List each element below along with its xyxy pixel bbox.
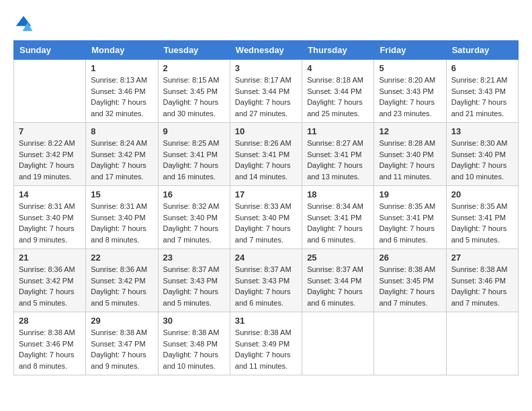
- calendar-cell: 25Sunrise: 8:37 AMSunset: 3:44 PMDayligh…: [302, 249, 374, 312]
- day-number: 27: [451, 253, 513, 263]
- calendar-cell: 26Sunrise: 8:38 AMSunset: 3:45 PMDayligh…: [374, 249, 446, 312]
- calendar-week-row: 14Sunrise: 8:31 AMSunset: 3:40 PMDayligh…: [14, 186, 519, 249]
- day-info: Sunrise: 8:31 AMSunset: 3:40 PMDaylight:…: [91, 201, 152, 245]
- calendar-cell: 31Sunrise: 8:38 AMSunset: 3:49 PMDayligh…: [230, 312, 302, 375]
- day-number: 3: [235, 63, 297, 73]
- calendar-week-row: 28Sunrise: 8:38 AMSunset: 3:46 PMDayligh…: [14, 312, 519, 375]
- day-number: 1: [91, 63, 152, 73]
- calendar-cell: 3Sunrise: 8:17 AMSunset: 3:44 PMDaylight…: [230, 60, 302, 123]
- day-number: 12: [379, 126, 441, 136]
- day-number: 23: [163, 253, 225, 263]
- day-info: Sunrise: 8:32 AMSunset: 3:40 PMDaylight:…: [163, 201, 225, 245]
- day-info: Sunrise: 8:15 AMSunset: 3:45 PMDaylight:…: [163, 75, 225, 119]
- day-info: Sunrise: 8:38 AMSunset: 3:49 PMDaylight:…: [235, 327, 297, 371]
- calendar-cell: 2Sunrise: 8:15 AMSunset: 3:45 PMDaylight…: [158, 60, 230, 123]
- day-number: 10: [235, 126, 297, 136]
- day-number: 30: [163, 316, 225, 326]
- calendar-cell: 6Sunrise: 8:21 AMSunset: 3:43 PMDaylight…: [446, 60, 518, 123]
- day-info: Sunrise: 8:28 AMSunset: 3:40 PMDaylight:…: [379, 138, 441, 182]
- calendar-cell: 5Sunrise: 8:20 AMSunset: 3:43 PMDaylight…: [374, 60, 446, 123]
- calendar-cell: 21Sunrise: 8:36 AMSunset: 3:42 PMDayligh…: [14, 249, 86, 312]
- day-info: Sunrise: 8:21 AMSunset: 3:43 PMDaylight:…: [451, 75, 513, 119]
- weekday-header-thursday: Thursday: [302, 41, 374, 60]
- day-info: Sunrise: 8:31 AMSunset: 3:40 PMDaylight:…: [19, 201, 81, 245]
- calendar-cell: [14, 60, 86, 123]
- day-number: 8: [91, 126, 152, 136]
- day-info: Sunrise: 8:38 AMSunset: 3:46 PMDaylight:…: [451, 264, 513, 308]
- day-info: Sunrise: 8:37 AMSunset: 3:43 PMDaylight:…: [235, 264, 297, 308]
- day-number: 15: [91, 189, 152, 199]
- calendar-cell: 4Sunrise: 8:18 AMSunset: 3:44 PMDaylight…: [302, 60, 374, 123]
- day-info: Sunrise: 8:17 AMSunset: 3:44 PMDaylight:…: [235, 75, 297, 119]
- day-number: 31: [235, 316, 297, 326]
- day-info: Sunrise: 8:36 AMSunset: 3:42 PMDaylight:…: [91, 264, 152, 308]
- day-info: Sunrise: 8:34 AMSunset: 3:41 PMDaylight:…: [307, 201, 369, 245]
- day-number: 7: [19, 126, 81, 136]
- calendar-cell: 7Sunrise: 8:22 AMSunset: 3:42 PMDaylight…: [14, 123, 86, 186]
- weekday-header-wednesday: Wednesday: [230, 41, 302, 60]
- day-number: 25: [307, 253, 369, 263]
- calendar-cell: 11Sunrise: 8:27 AMSunset: 3:41 PMDayligh…: [302, 123, 374, 186]
- calendar-cell: 8Sunrise: 8:24 AMSunset: 3:42 PMDaylight…: [86, 123, 158, 186]
- calendar-week-row: 1Sunrise: 8:13 AMSunset: 3:46 PMDaylight…: [14, 60, 519, 123]
- day-number: 29: [91, 316, 152, 326]
- weekday-header-tuesday: Tuesday: [158, 41, 230, 60]
- day-info: Sunrise: 8:36 AMSunset: 3:42 PMDaylight:…: [19, 264, 81, 308]
- calendar-cell: 17Sunrise: 8:33 AMSunset: 3:40 PMDayligh…: [230, 186, 302, 249]
- day-number: 11: [307, 126, 369, 136]
- day-number: 19: [379, 189, 441, 199]
- calendar-cell: 9Sunrise: 8:25 AMSunset: 3:41 PMDaylight…: [158, 123, 230, 186]
- calendar-cell: 22Sunrise: 8:36 AMSunset: 3:42 PMDayligh…: [86, 249, 158, 312]
- day-info: Sunrise: 8:20 AMSunset: 3:43 PMDaylight:…: [379, 75, 441, 119]
- day-number: 2: [163, 63, 225, 73]
- weekday-header-saturday: Saturday: [446, 41, 518, 60]
- day-info: Sunrise: 8:35 AMSunset: 3:41 PMDaylight:…: [451, 201, 513, 245]
- day-info: Sunrise: 8:25 AMSunset: 3:41 PMDaylight:…: [163, 138, 225, 182]
- calendar-cell: 18Sunrise: 8:34 AMSunset: 3:41 PMDayligh…: [302, 186, 374, 249]
- day-info: Sunrise: 8:38 AMSunset: 3:48 PMDaylight:…: [163, 327, 225, 371]
- day-number: 9: [163, 126, 225, 136]
- day-number: 13: [451, 126, 513, 136]
- day-info: Sunrise: 8:37 AMSunset: 3:43 PMDaylight:…: [163, 264, 225, 308]
- calendar-cell: 24Sunrise: 8:37 AMSunset: 3:43 PMDayligh…: [230, 249, 302, 312]
- weekday-header-friday: Friday: [374, 41, 446, 60]
- day-info: Sunrise: 8:22 AMSunset: 3:42 PMDaylight:…: [19, 138, 81, 182]
- weekday-header-sunday: Sunday: [14, 41, 86, 60]
- calendar-week-row: 7Sunrise: 8:22 AMSunset: 3:42 PMDaylight…: [14, 123, 519, 186]
- calendar-cell: [446, 312, 518, 375]
- day-number: 16: [163, 189, 225, 199]
- calendar-cell: 16Sunrise: 8:32 AMSunset: 3:40 PMDayligh…: [158, 186, 230, 249]
- day-info: Sunrise: 8:38 AMSunset: 3:45 PMDaylight:…: [379, 264, 441, 308]
- calendar-cell: 30Sunrise: 8:38 AMSunset: 3:48 PMDayligh…: [158, 312, 230, 375]
- day-info: Sunrise: 8:30 AMSunset: 3:40 PMDaylight:…: [451, 138, 513, 182]
- day-info: Sunrise: 8:26 AMSunset: 3:41 PMDaylight:…: [235, 138, 297, 182]
- calendar-cell: 20Sunrise: 8:35 AMSunset: 3:41 PMDayligh…: [446, 186, 518, 249]
- calendar-cell: 19Sunrise: 8:35 AMSunset: 3:41 PMDayligh…: [374, 186, 446, 249]
- calendar-cell: 15Sunrise: 8:31 AMSunset: 3:40 PMDayligh…: [86, 186, 158, 249]
- calendar-cell: 1Sunrise: 8:13 AMSunset: 3:46 PMDaylight…: [86, 60, 158, 123]
- calendar-cell: 23Sunrise: 8:37 AMSunset: 3:43 PMDayligh…: [158, 249, 230, 312]
- day-number: 14: [19, 189, 81, 199]
- day-number: 26: [379, 253, 441, 263]
- day-info: Sunrise: 8:33 AMSunset: 3:40 PMDaylight:…: [235, 201, 297, 245]
- day-info: Sunrise: 8:35 AMSunset: 3:41 PMDaylight:…: [379, 201, 441, 245]
- day-info: Sunrise: 8:18 AMSunset: 3:44 PMDaylight:…: [307, 75, 369, 119]
- day-number: 28: [19, 316, 81, 326]
- day-number: 6: [451, 63, 513, 73]
- day-number: 22: [91, 253, 152, 263]
- weekday-header-monday: Monday: [86, 41, 158, 60]
- day-number: 17: [235, 189, 297, 199]
- day-number: 4: [307, 63, 369, 73]
- day-number: 5: [379, 63, 441, 73]
- day-info: Sunrise: 8:38 AMSunset: 3:47 PMDaylight:…: [91, 327, 152, 371]
- calendar-cell: 28Sunrise: 8:38 AMSunset: 3:46 PMDayligh…: [14, 312, 86, 375]
- calendar-cell: 14Sunrise: 8:31 AMSunset: 3:40 PMDayligh…: [14, 186, 86, 249]
- calendar-table: SundayMondayTuesdayWednesdayThursdayFrid…: [13, 40, 519, 375]
- calendar-cell: 27Sunrise: 8:38 AMSunset: 3:46 PMDayligh…: [446, 249, 518, 312]
- day-info: Sunrise: 8:27 AMSunset: 3:41 PMDaylight:…: [307, 138, 369, 182]
- weekday-header-row: SundayMondayTuesdayWednesdayThursdayFrid…: [14, 41, 519, 60]
- logo-icon: [13, 13, 34, 34]
- day-number: 24: [235, 253, 297, 263]
- logo: [13, 13, 36, 34]
- day-number: 18: [307, 189, 369, 199]
